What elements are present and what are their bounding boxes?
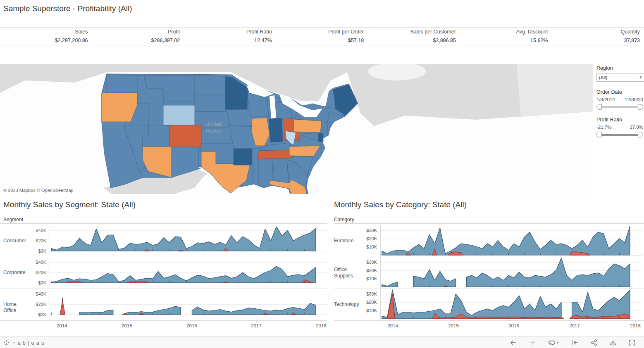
region-dropdown[interactable]: (All) ▼: [596, 73, 644, 82]
category-chart: Monthly Sales by Category: State (All)Ca…: [334, 200, 644, 339]
kpi-value[interactable]: 12.47%: [184, 36, 272, 45]
y-axis-tick: $0K: [26, 249, 46, 253]
kpi-value[interactable]: 37,873: [552, 36, 640, 45]
order-date-filter-label: Order Date: [596, 89, 643, 95]
fullscreen-button[interactable]: [627, 339, 637, 347]
region-filter-label: Region: [596, 65, 643, 71]
redo-button[interactable]: [527, 339, 537, 347]
area-plot[interactable]: [50, 257, 327, 289]
kpi-sales: Sales$2,297,200.86: [0, 28, 92, 45]
x-axis-label: 2018: [626, 323, 644, 328]
area-plot[interactable]: [380, 289, 642, 320]
state-SD[interactable]: [194, 95, 227, 111]
map-attribution: © 2023 Mapbox © OpenStreetMap: [2, 187, 75, 193]
y-axis-tick: $40K: [26, 291, 46, 296]
kpi-value[interactable]: $57.18: [276, 36, 364, 45]
profit-ratio-slider-handle-max[interactable]: [638, 132, 643, 137]
chart-row-corporate: Corporate$40K$20K$0K: [0, 257, 327, 289]
y-axis-tick: $0K: [26, 280, 46, 285]
download-button[interactable]: [608, 339, 618, 347]
x-axis-tick: [62, 321, 62, 322]
state-CO[interactable]: [169, 125, 201, 147]
revert-button[interactable]: [570, 339, 580, 347]
y-axis-tick: $20K: [356, 268, 377, 273]
kpi-label: Profit per Order: [276, 28, 364, 36]
state-TN[interactable]: [257, 150, 294, 159]
y-axis-tick: $20K: [356, 236, 377, 241]
row-label: Consumer: [3, 238, 27, 244]
page-title: Sample Superstore - Profitability (All): [3, 4, 132, 13]
area-plot[interactable]: [380, 257, 642, 289]
kpi-profit-ratio: Profit Ratio12.47%: [184, 28, 276, 45]
order-date-slider-handle-min[interactable]: [596, 104, 602, 110]
replay-icon: [548, 339, 556, 346]
x-axis-tick: [393, 321, 393, 322]
x-axis-tick: [127, 321, 127, 322]
x-axis-tick: [514, 321, 514, 322]
kpi-value[interactable]: 15.62%: [460, 36, 548, 45]
x-axis-label: 2015: [118, 323, 136, 328]
header-divider: [334, 223, 644, 224]
y-axis-tick: $0K: [26, 312, 46, 317]
y-axis-tick: $30K: [356, 291, 377, 296]
area-plot[interactable]: [380, 225, 642, 257]
kpi-label: Avg. Discount: [460, 28, 548, 36]
x-axis-label: 2016: [183, 323, 201, 328]
order-date-slider[interactable]: [596, 104, 643, 110]
state-AR[interactable]: [234, 149, 252, 165]
profit-ratio-max: 37.0%: [630, 125, 643, 130]
share-icon: [590, 339, 598, 346]
y-axis-tick: $30K: [356, 228, 377, 233]
order-date-slider-handle-max[interactable]: [638, 104, 643, 110]
state-WY[interactable]: [163, 105, 195, 125]
us-choropleth-map[interactable]: [0, 64, 593, 194]
chevron-down-icon: ▼: [639, 76, 642, 79]
y-axis-tick: $10K: [356, 276, 377, 281]
y-axis-tick: $40K: [26, 260, 46, 265]
order-date-start: 1/3/2014: [596, 97, 615, 102]
kpi-value[interactable]: $286,397.02: [92, 36, 180, 45]
y-axis-tick: $10K: [356, 308, 377, 313]
x-axis-label: 2017: [247, 323, 265, 328]
area-plot[interactable]: [50, 225, 327, 257]
kpi-value[interactable]: $2,896.85: [368, 36, 456, 45]
kpi-label: Sales: [0, 28, 88, 36]
kpi-profit: Profit$286,397.02: [92, 28, 184, 45]
state-WA[interactable]: [107, 75, 137, 93]
state-PA[interactable]: [293, 119, 322, 133]
kpi-value[interactable]: $2,297,200.86: [0, 36, 88, 45]
y-axis-tick: $20K: [26, 302, 46, 307]
segment-chart: Monthly Sales by Segment: State (All)Seg…: [0, 200, 327, 339]
profit-ratio-min: -21.7%: [596, 125, 611, 130]
state-MN[interactable]: [225, 76, 248, 109]
x-axis-label: 2017: [565, 323, 584, 328]
kpi-label: Profit: [92, 28, 180, 36]
y-axis-tick: $20K: [356, 300, 377, 305]
state-AL[interactable]: [273, 159, 289, 185]
replay-button[interactable]: [546, 339, 561, 347]
profit-ratio-slider[interactable]: [596, 131, 643, 138]
share-button[interactable]: [589, 339, 599, 347]
y-axis-tick: $40K: [26, 228, 46, 233]
state-IN[interactable]: [269, 118, 283, 142]
y-axis-tick: $30K: [356, 260, 377, 265]
state-OR[interactable]: [102, 93, 137, 122]
undo-button[interactable]: [508, 339, 518, 347]
y-axis-tick: $20K: [26, 270, 46, 275]
x-axis-tick: [575, 321, 575, 322]
profit-ratio-map[interactable]: United States © 2023 Mapbox © OpenStreet…: [0, 64, 593, 194]
state-DE[interactable]: [318, 133, 323, 142]
filter-panel: Region (All) ▼ Order Date 1/3/2014 12/30…: [596, 65, 643, 144]
profit-ratio-slider-track[interactable]: [598, 134, 642, 136]
area-plot[interactable]: [50, 289, 327, 320]
profit-ratio-slider-handle-min[interactable]: [596, 132, 602, 137]
x-axis-label: 2015: [444, 323, 463, 328]
revert-icon: [571, 339, 579, 346]
dashboard: Sample Superstore - Profitability (All) …: [0, 0, 644, 348]
tableau-logo: +ab|eau: [3, 339, 46, 346]
y-axis-line: [50, 225, 50, 320]
order-date-slider-track[interactable]: [598, 106, 642, 108]
state-ND[interactable]: [194, 76, 225, 95]
kpi-label: Quantity: [552, 28, 640, 36]
chart-row-header: Segment: [3, 217, 23, 223]
